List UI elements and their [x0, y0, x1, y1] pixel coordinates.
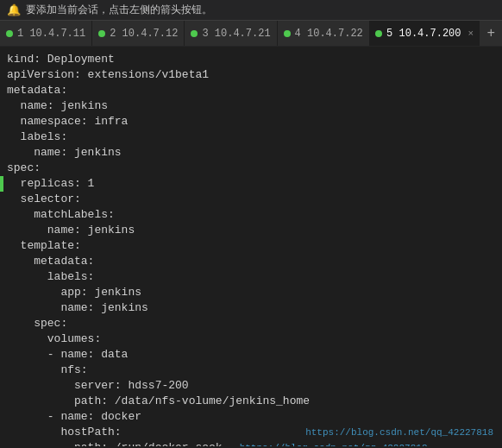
code-text-1: kind: Deployment [7, 52, 115, 67]
tab-1[interactable]: 1 10.4.7.11 [0, 21, 92, 46]
code-text-9: replicas: 1 [7, 176, 94, 192]
tab-close-5[interactable]: × [468, 28, 474, 39]
tab-label-4: 4 10.4.7.22 [295, 28, 363, 40]
tab-label-1: 1 10.4.7.11 [17, 28, 85, 40]
code-text-25: hostPath: [7, 425, 122, 440]
code-text-8: spec: [7, 161, 41, 176]
watermark-url: https://blog.csdn.net/qq_42227818 [240, 443, 428, 446]
bottom-watermark: https://blog.csdn.net/qq_42227818 [305, 427, 493, 438]
code-text-3: metadata: [7, 83, 67, 98]
code-text-2: apiVersion: extensions/v1beta1 [7, 67, 209, 83]
code-line-1: kind: Deployment [0, 52, 502, 67]
code-line-4: name: jenkins [0, 98, 502, 114]
tab-dot-5 [375, 30, 382, 37]
code-line-13: template: [0, 238, 502, 254]
code-line-17: name: jenkins [0, 300, 502, 316]
code-text-19: volumes: [7, 331, 101, 347]
code-line-11: matchLabels: [0, 207, 502, 223]
code-text-6: labels: [7, 129, 67, 145]
code-line-5: namespace: infra [0, 114, 502, 129]
code-line-14: metadata: [0, 254, 502, 269]
code-line-19: volumes: [0, 331, 502, 347]
code-line-3: metadata: [0, 83, 502, 98]
code-text-11: matchLabels: [7, 207, 115, 223]
tab-label-5: 5 10.4.7.200 [386, 28, 461, 40]
code-text-26: path: /run/docker.sock [7, 440, 223, 446]
tab-label-2: 2 10.4.7.12 [110, 28, 178, 40]
tab-2[interactable]: 2 10.4.7.12 [92, 21, 185, 46]
tab-dot-2 [98, 30, 105, 37]
code-line-6: labels: [0, 129, 502, 145]
code-text-23: path: /data/nfs-volume/jenkins_home [7, 394, 310, 409]
code-text-20: - name: data [7, 347, 128, 363]
tab-label-3: 3 10.4.7.21 [202, 28, 270, 40]
code-line-9: replicas: 1 [0, 176, 502, 192]
tab-3[interactable]: 3 10.4.7.21 [185, 21, 277, 46]
code-text-12: name: jenkins [7, 223, 135, 238]
code-line-22: server: hdss7-200 [0, 378, 502, 394]
code-line-7: name: jenkins [0, 145, 502, 161]
code-text-13: template: [7, 238, 81, 254]
tab-bar: 1 10.4.7.11 2 10.4.7.12 3 10.4.7.21 4 10… [0, 21, 502, 47]
code-line-15: labels: [0, 269, 502, 285]
tab-dot-1 [6, 30, 13, 37]
code-text-10: selector: [7, 192, 81, 207]
add-tab-button[interactable]: + [480, 21, 502, 46]
code-area: kind: Deployment apiVersion: extensions/… [0, 47, 502, 446]
code-text-15: labels: [7, 269, 94, 285]
code-text-5: namespace: infra [7, 114, 128, 129]
code-text-14: metadata: [7, 254, 94, 269]
code-line-23: path: /data/nfs-volume/jenkins_home [0, 394, 502, 409]
code-text-17: name: jenkins [7, 300, 148, 316]
bell-icon: 🔔 [7, 3, 21, 17]
highlight-bar [0, 176, 3, 192]
notification-bar: 🔔 要添加当前会话，点击左侧的箭头按钮。 [0, 0, 502, 21]
code-line-16: app: jenkins [0, 285, 502, 300]
code-line-10: selector: [0, 192, 502, 207]
code-line-12: name: jenkins [0, 223, 502, 238]
code-line-8: spec: [0, 161, 502, 176]
code-line-24: - name: docker [0, 409, 502, 425]
tab-4[interactable]: 4 10.4.7.22 [278, 21, 370, 46]
tab-5[interactable]: 5 10.4.7.200 × [370, 21, 480, 46]
code-text-16: app: jenkins [7, 285, 141, 300]
code-text-4: name: jenkins [7, 98, 108, 114]
code-text-21: nfs: [7, 363, 88, 378]
code-line-20: - name: data [0, 347, 502, 363]
notification-text: 要添加当前会话，点击左侧的箭头按钮。 [26, 3, 212, 17]
code-line-26: path: /run/docker.sock https://blog.csdn… [0, 440, 502, 446]
code-text-22: server: hdss7-200 [7, 378, 189, 394]
code-line-18: spec: [0, 316, 502, 331]
code-line-21: nfs: [0, 363, 502, 378]
code-text-24: - name: docker [7, 409, 141, 425]
tab-dot-3 [191, 30, 198, 37]
code-line-2: apiVersion: extensions/v1beta1 [0, 67, 502, 83]
code-text-18: spec: [7, 316, 67, 331]
tab-dot-4 [284, 30, 291, 37]
code-text-7: name: jenkins [7, 145, 122, 161]
